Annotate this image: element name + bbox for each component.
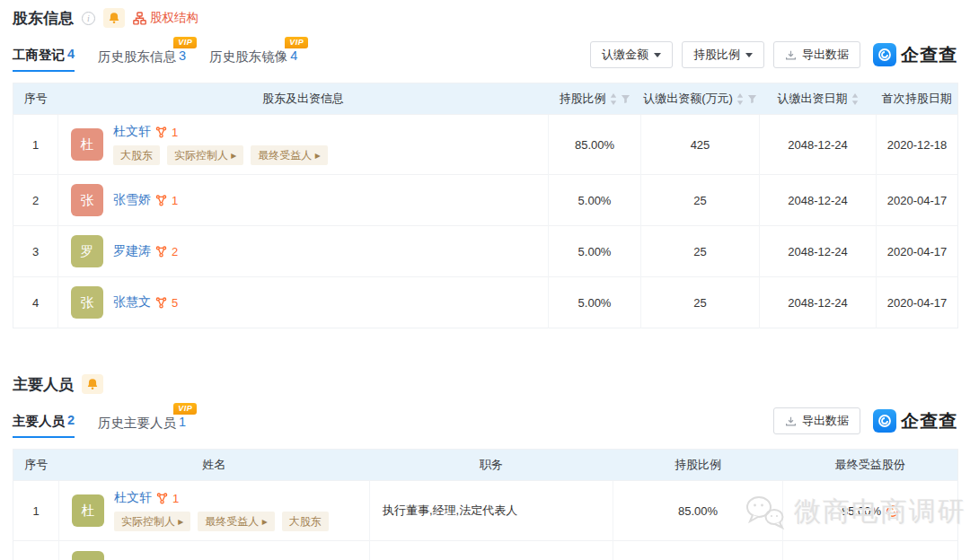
column-header: 认缴出资日期	[760, 83, 877, 115]
amount-filter-button[interactable]: 认缴金额	[590, 41, 673, 68]
row-number: 4	[13, 277, 58, 328]
avatar: 杜	[71, 128, 103, 161]
benefit-cell	[783, 541, 958, 560]
column-header-text: 股东及出资信息	[262, 91, 344, 107]
person-cell: 张张慧文5	[58, 277, 549, 328]
vip-badge: VIP	[285, 37, 308, 48]
relation-count: 1	[172, 194, 178, 207]
role-tag[interactable]: 实际控制人 ▸	[114, 512, 190, 531]
person-name-link[interactable]: 杜文轩	[113, 124, 151, 140]
vip-badge: VIP	[173, 403, 197, 415]
qichacha-logo-icon	[873, 409, 896, 433]
export-data-button[interactable]: 导出数据	[773, 41, 860, 68]
column-header: 最终受益股份	[783, 450, 958, 481]
tab-主要人员[interactable]: 主要人员2	[13, 413, 75, 438]
person-info: 杜文轩1实际控制人 ▸最终受益人 ▸大股东	[114, 490, 329, 531]
ratio-cell: 5.00%	[549, 277, 641, 328]
person: 杜杜文轩1实际控制人 ▸最终受益人 ▸大股东	[72, 490, 369, 531]
column-header-label: 持股比例	[675, 457, 721, 473]
bell-button[interactable]	[82, 374, 103, 394]
vip-badge: VIP	[173, 37, 197, 48]
qichacha-logo-icon	[873, 43, 896, 66]
person: 罗罗建涛2	[71, 235, 548, 267]
equity-structure-link[interactable]: 股权结构	[133, 10, 198, 26]
name-line: 罗建涛2	[113, 243, 178, 259]
sort-icon[interactable]	[851, 93, 859, 105]
column-header-label: 股东及出资信息	[262, 91, 344, 107]
benefit-cell: 85.00%	[783, 481, 958, 541]
row-number: 2	[13, 541, 59, 560]
filter-icon[interactable]	[747, 94, 757, 104]
name-line: 杜文轩1	[114, 490, 329, 506]
download-icon	[785, 49, 797, 61]
chevron-down-icon	[745, 53, 753, 57]
avatar: 杜	[72, 494, 104, 527]
person-name-link[interactable]: 张慧文	[113, 294, 151, 311]
person-info: 罗建涛2	[113, 243, 178, 259]
amount-cell: 425	[641, 115, 760, 175]
sub-date-cell: 2048-12-24	[760, 226, 877, 277]
column-header-text: 持股比例	[560, 91, 606, 107]
table-row: 4张张慧文55.00%252048-12-242020-04-17	[13, 277, 958, 328]
sub-date-cell: 2048-12-24	[760, 277, 877, 328]
qichacha-logo: 企查查	[873, 43, 957, 67]
amount-cell: 25	[641, 226, 760, 277]
tab-label: 历史股东镜像	[209, 48, 287, 66]
table-row: 1杜杜文轩1实际控制人 ▸最终受益人 ▸大股东执行董事,经理,法定代表人85.0…	[13, 481, 958, 541]
person: 郭郭利民1	[72, 551, 369, 560]
export-data-button[interactable]: 导出数据	[773, 407, 860, 434]
column-header-text: 持股比例	[675, 457, 721, 473]
role-tag[interactable]: 大股东	[113, 145, 160, 165]
beneficial-owner-icon	[886, 504, 899, 518]
column-header-label: 认缴出资额(万元)	[643, 91, 757, 107]
filter-icon[interactable]	[621, 94, 630, 104]
bell-icon	[86, 378, 99, 390]
avatar: 罗	[71, 235, 103, 267]
ratio-cell: 85.00%	[549, 115, 641, 175]
bell-button[interactable]	[103, 8, 125, 28]
ratio-cell: 85.00%	[613, 481, 783, 541]
row-number: 3	[13, 226, 58, 277]
person-name-link[interactable]: 张雪娇	[113, 192, 151, 208]
name-line: 杜文轩1	[113, 124, 328, 140]
column-header-label: 姓名	[203, 457, 226, 473]
sort-icon[interactable]	[736, 93, 744, 105]
ratio-cell: 5.00%	[549, 226, 641, 277]
role-tag[interactable]: 实际控制人 ▸	[167, 145, 243, 165]
column-header-label: 序号	[24, 91, 48, 107]
info-icon[interactable]: i	[82, 12, 95, 25]
column-header-label: 持股比例	[560, 91, 630, 107]
role-tag[interactable]: 最终受益人 ▸	[251, 145, 327, 165]
name-line: 张慧文5	[113, 294, 178, 311]
tab-历史股东镜像[interactable]: 历史股东镜像4VIP	[209, 48, 297, 72]
first-date-cell: 2020-04-17	[877, 226, 958, 277]
column-header-text: 姓名	[203, 457, 226, 473]
chevron-down-icon	[654, 53, 661, 57]
ratio-cell: -	[613, 541, 783, 560]
tab-label: 历史主要人员	[98, 415, 176, 432]
tab-历史股东信息[interactable]: 历史股东信息3VIP	[98, 48, 186, 72]
benefit-text: 85.00%	[842, 504, 881, 518]
column-header: 职务	[370, 450, 613, 481]
person-name-link[interactable]: 罗建涛	[113, 243, 151, 259]
sub-date-cell: 2048-12-24	[760, 175, 877, 226]
tab-label: 主要人员	[13, 413, 65, 430]
table-row: 1杜杜文轩1大股东实际控制人 ▸最终受益人 ▸85.00%4252048-12-…	[13, 115, 958, 175]
tag-line: 大股东实际控制人 ▸最终受益人 ▸	[113, 145, 328, 165]
role-tag[interactable]: 最终受益人 ▸	[198, 512, 274, 531]
personnel-title: 主要人员	[13, 374, 74, 395]
ratio-cell: 5.00%	[549, 175, 641, 226]
tab-历史主要人员[interactable]: 历史主要人员1VIP	[98, 415, 186, 438]
person-info: 杜文轩1大股东实际控制人 ▸最终受益人 ▸	[113, 124, 328, 165]
equity-relation-icon	[156, 493, 168, 504]
person-name-link[interactable]: 杜文轩	[114, 490, 152, 506]
sort-icon[interactable]	[610, 93, 617, 105]
column-header-label: 首次持股日期	[882, 91, 952, 107]
row-number: 1	[13, 115, 58, 175]
relation-count: 1	[172, 126, 178, 139]
ratio-filter-button[interactable]: 持股比例	[682, 41, 764, 68]
role-tag[interactable]: 大股东	[282, 512, 329, 531]
tab-count: 1	[179, 415, 186, 432]
tab-count: 2	[67, 413, 75, 430]
tab-工商登记[interactable]: 工商登记4	[13, 47, 75, 72]
